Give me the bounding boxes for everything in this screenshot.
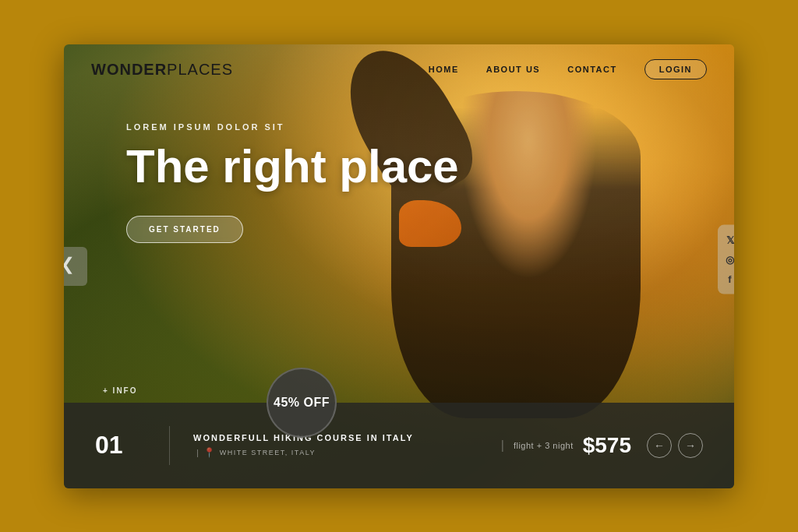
price-detail: flight + 3 night	[514, 441, 574, 450]
nav-login-button[interactable]: LOGIN	[644, 59, 707, 79]
location-text: WHITE STREET, ITALY	[220, 449, 316, 456]
logo[interactable]: WONDERPLACES	[91, 61, 233, 79]
discount-badge: 45% OFF	[267, 368, 337, 438]
logo-bold: WONDER	[91, 61, 167, 78]
arrow-prev-button[interactable]: ←	[647, 433, 672, 458]
arrow-next-button[interactable]: →	[678, 433, 703, 458]
divider	[169, 426, 170, 465]
nav-contact[interactable]: CONTACT	[567, 65, 616, 74]
discount-text: 45% OFF	[274, 396, 330, 410]
nav-home[interactable]: HOME	[429, 65, 459, 74]
facebook-icon[interactable]: f	[726, 273, 734, 284]
hero-title: The right place	[126, 141, 459, 192]
page-container: WONDERPLACES HOME ABOUT US CONTACT LOGIN…	[64, 44, 734, 488]
hero-content: LOREM IPSUM DOLOR SIT The right place GE…	[126, 122, 459, 243]
price-amount: $575	[583, 433, 631, 458]
logo-light: PLACES	[167, 61, 233, 78]
nav-links: HOME ABOUT US CONTACT LOGIN	[429, 59, 707, 79]
slide-number: 01	[95, 431, 138, 460]
navbar: WONDERPLACES HOME ABOUT US CONTACT LOGIN	[64, 44, 734, 95]
location-pipe: |	[196, 448, 199, 457]
hero-subtitle: LOREM IPSUM DOLOR SIT	[126, 122, 459, 132]
instagram-icon[interactable]: ◎	[726, 253, 734, 265]
info-bar: 01 WONDERFULL HIKING COURSE IN ITALY | 📍…	[64, 403, 734, 488]
nav-arrows: ← →	[647, 433, 703, 458]
prev-slide-button[interactable]	[64, 247, 87, 286]
info-link[interactable]: + INFO	[103, 386, 138, 395]
info-pricing: | flight + 3 night $575	[501, 433, 631, 458]
nav-about[interactable]: ABOUT US	[486, 65, 540, 74]
info-location: | 📍 WHITE STREET, ITALY	[193, 447, 486, 458]
info-middle: WONDERFULL HIKING COURSE IN ITALY | 📍 WH…	[193, 433, 486, 458]
course-title: WONDERFULL HIKING COURSE IN ITALY	[193, 433, 486, 442]
get-started-button[interactable]: GET STARTED	[126, 216, 243, 243]
price-pipe: |	[501, 439, 504, 453]
twitter-icon[interactable]: 𝕏	[726, 234, 734, 245]
location-pin-icon: 📍	[203, 447, 215, 458]
social-panel: 𝕏 ◎ f	[718, 224, 734, 294]
